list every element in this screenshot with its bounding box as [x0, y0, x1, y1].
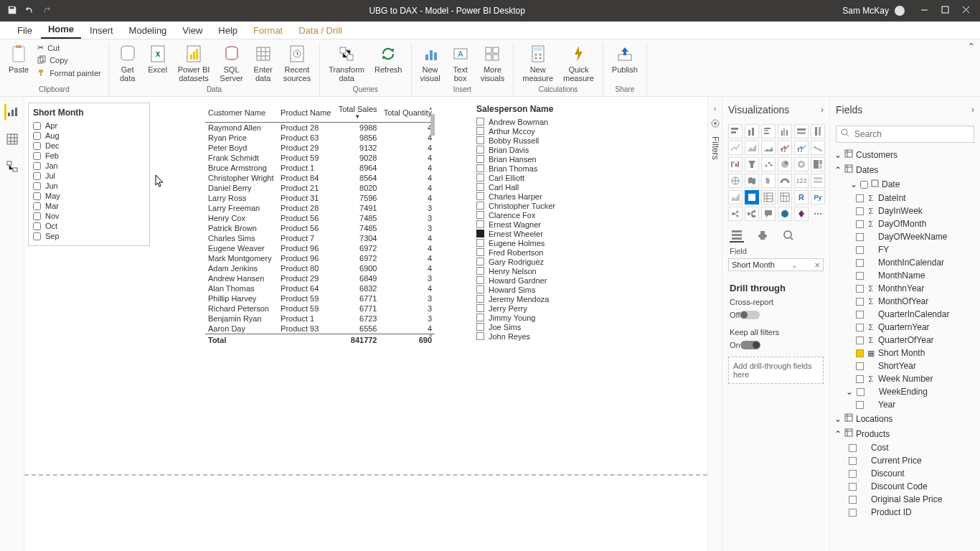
short-month-slicer[interactable]: Short Month AprAugDecFebJanJulJunMayMarN… [28, 103, 150, 246]
field-checkbox[interactable] [849, 509, 857, 517]
viz-100-col[interactable] [811, 124, 825, 138]
viz-waterfall[interactable] [728, 157, 743, 171]
salesperson-slicer[interactable]: Salesperson Name Andrew BowmanArthur Mcc… [476, 103, 620, 341]
field-item[interactable]: ΣDayInWeek [840, 204, 977, 217]
checkbox[interactable] [476, 258, 484, 265]
table-row[interactable]: Peter BoydProduct 2991324 [205, 143, 435, 153]
checkbox[interactable] [476, 164, 484, 172]
viz-table[interactable] [761, 190, 776, 204]
sql-server-button[interactable]: SQL Server [217, 42, 245, 84]
copy-button[interactable]: Copy [36, 55, 103, 66]
month-option[interactable]: May [33, 191, 145, 201]
keep-all-toggle[interactable] [740, 341, 760, 349]
salesperson-option[interactable]: John Reyes [476, 331, 620, 341]
salesperson-option[interactable]: Eugene Holmes [476, 238, 620, 248]
collapse-ribbon-icon[interactable]: ⌃ [967, 41, 976, 52]
analytics-well-tab[interactable] [781, 228, 796, 242]
checkbox[interactable] [476, 248, 484, 256]
table-row[interactable]: Daniel BerryProduct 2180204 [205, 183, 435, 193]
tab-modeling[interactable]: Modeling [122, 22, 174, 39]
minimize-icon[interactable] [920, 6, 928, 16]
field-item[interactable]: Product ID [833, 506, 977, 519]
salesperson-option[interactable]: Clarence Fox [476, 210, 620, 220]
viz-kpi[interactable] [728, 190, 743, 204]
chevron-down-icon[interactable]: ⌄ [791, 261, 797, 269]
drill-through-dropzone[interactable]: Add drill-through fields here [728, 357, 824, 384]
viz-qna[interactable] [761, 207, 776, 221]
checkbox[interactable] [476, 239, 484, 247]
undo-icon[interactable] [24, 5, 34, 17]
checkbox[interactable] [476, 332, 484, 340]
viz-more-icon[interactable]: ⋯ [811, 207, 825, 221]
field-checkbox[interactable] [856, 311, 864, 319]
checkbox[interactable] [476, 146, 484, 154]
more-visuals-button[interactable]: More visuals [478, 42, 508, 84]
viz-stacked-col[interactable] [745, 124, 759, 138]
salesperson-option[interactable]: Bobby Russell [476, 136, 620, 145]
month-option[interactable]: Jun [33, 181, 145, 191]
report-canvas[interactable]: Short Month AprAugDecFebJanJulJunMayMarN… [24, 97, 707, 551]
checkbox[interactable] [33, 232, 41, 240]
field-checkbox[interactable] [856, 220, 864, 228]
table-row[interactable]: Larry FreemanProduct 2874913 [205, 203, 435, 213]
month-option[interactable]: Nov [33, 211, 145, 221]
tab-view[interactable]: View [175, 22, 209, 39]
table-row[interactable]: Phillip HarveyProduct 5967713 [205, 293, 435, 303]
month-option[interactable]: Oct [33, 221, 145, 231]
viz-map[interactable] [728, 174, 743, 188]
table-row[interactable]: Frank SchmidtProduct 5990284 [205, 153, 435, 163]
col-total-qty[interactable]: Total Quantity [380, 103, 435, 123]
viz-powerapps[interactable] [794, 207, 809, 221]
new-visual-button[interactable]: New visual [418, 42, 443, 84]
field-checkbox[interactable] [856, 336, 864, 344]
checkbox[interactable] [33, 132, 41, 140]
field-item[interactable]: ΣQuarterOfYear [840, 334, 977, 347]
viz-multi-card[interactable] [811, 174, 825, 188]
salesperson-option[interactable]: Carl Elliott [476, 173, 620, 182]
pbi-datasets-button[interactable]: Power BI datasets [175, 42, 213, 84]
field-item[interactable]: Year [840, 398, 977, 411]
table-row[interactable]: Adam JenkinsProduct 8069004 [205, 263, 435, 273]
tab-data-drill[interactable]: Data / Drill [291, 22, 349, 39]
table-row[interactable]: Aaron DayProduct 9365564 [205, 324, 435, 334]
viz-line-col[interactable] [778, 141, 792, 155]
checkbox[interactable] [476, 295, 484, 303]
hide-filters-icon[interactable] [710, 118, 720, 131]
salesperson-option[interactable]: Ernest Wheeler [476, 229, 620, 238]
salesperson-option[interactable]: Henry Nelson [476, 266, 620, 276]
checkbox[interactable] [33, 182, 41, 190]
col-customer[interactable]: Customer Name [205, 103, 278, 123]
field-item[interactable]: DayOfWeekName [840, 230, 977, 243]
salesperson-option[interactable]: Howard Sims [476, 285, 620, 294]
checkbox[interactable] [33, 152, 41, 160]
field-checkbox[interactable] [856, 259, 864, 267]
collapse-fields-icon[interactable]: › [971, 105, 974, 115]
model-view-button[interactable] [4, 159, 20, 174]
checkbox[interactable] [33, 212, 41, 220]
viz-stacked-area[interactable] [761, 141, 776, 155]
field-item[interactable]: ΣMonthOfYear [840, 295, 977, 308]
checkbox[interactable] [476, 286, 484, 293]
table-row[interactable]: Charles SimsProduct 773044 [205, 233, 435, 243]
field-checkbox[interactable] [849, 444, 857, 452]
table-row[interactable]: Eugene WeaverProduct 9669724 [205, 243, 435, 253]
field-item[interactable]: ΣDayOfMonth [840, 217, 977, 230]
table-row[interactable]: Andrew HansenProduct 2968493 [205, 273, 435, 283]
recent-sources-button[interactable]: Recent sources [281, 42, 314, 84]
field-checkbox[interactable] [856, 324, 864, 331]
field-item[interactable]: ⌄WeekEnding [840, 385, 977, 398]
table-products[interactable]: ⌃Products [833, 426, 977, 441]
field-checkbox[interactable] [849, 457, 857, 465]
month-option[interactable]: Sep [33, 231, 145, 241]
viz-line-col2[interactable] [794, 141, 809, 155]
checkbox[interactable] [476, 276, 484, 284]
viz-100-bar[interactable] [794, 124, 809, 138]
viz-donut[interactable] [794, 157, 809, 171]
tab-file[interactable]: File [10, 22, 39, 39]
transform-data-button[interactable]: Transform data [326, 42, 367, 84]
get-data-button[interactable]: Get data [115, 42, 141, 84]
close-icon[interactable] [962, 6, 970, 16]
salesperson-option[interactable]: Jerry Perry [476, 303, 620, 313]
field-checkbox[interactable] [857, 388, 864, 396]
field-item[interactable]: MonthName [840, 269, 977, 282]
